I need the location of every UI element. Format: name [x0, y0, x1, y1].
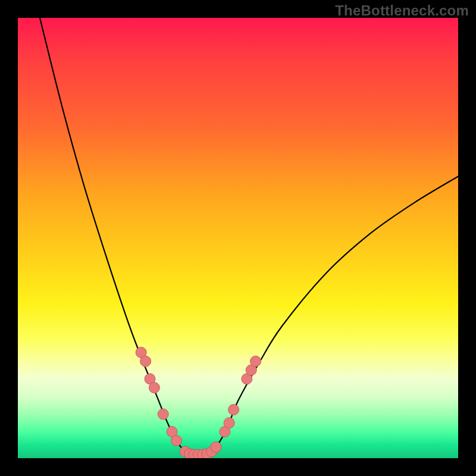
sample-dot — [250, 356, 261, 367]
sample-dot — [158, 409, 168, 419]
sample-dot — [180, 446, 190, 457]
sample-dot — [193, 449, 203, 458]
sample-dot — [189, 449, 199, 458]
sample-dot — [140, 356, 151, 367]
sample-dot — [242, 374, 252, 384]
bottleneck-curve — [40, 18, 458, 456]
sample-dot — [198, 449, 208, 458]
sample-dots — [136, 347, 261, 458]
sample-dot — [224, 418, 234, 428]
sample-dot — [167, 427, 177, 437]
plot-area — [18, 18, 458, 458]
chart-frame: TheBottleneck.com — [0, 0, 476, 476]
sample-dot — [220, 427, 230, 437]
sample-dot — [184, 449, 195, 458]
sample-dot — [202, 449, 212, 458]
sample-dot — [211, 442, 221, 453]
sample-dot — [171, 435, 181, 446]
sample-dot — [246, 365, 256, 375]
curve-layer — [18, 18, 458, 458]
sample-dot — [145, 374, 155, 384]
sample-dot — [206, 446, 217, 457]
sample-dot — [228, 405, 239, 415]
sample-dot — [149, 383, 159, 393]
sample-dot — [136, 347, 146, 358]
watermark-text: TheBottleneck.com — [335, 2, 469, 19]
